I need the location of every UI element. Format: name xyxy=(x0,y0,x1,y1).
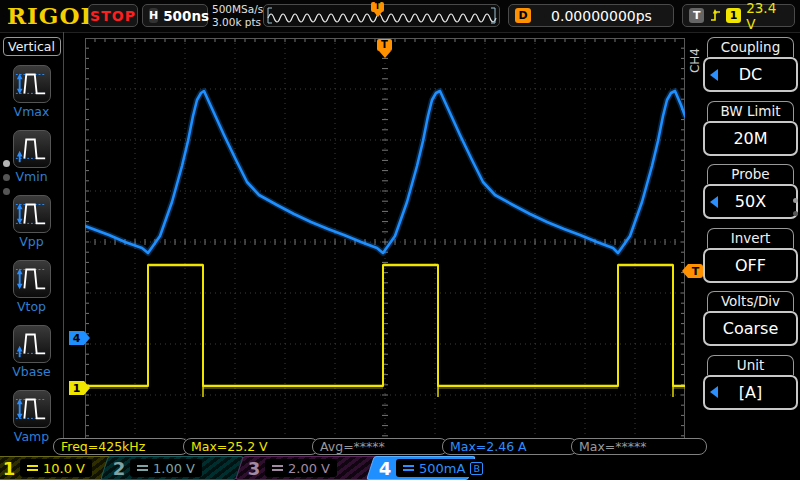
measure-item-label: Vmax xyxy=(14,104,50,119)
measure-item-vmax[interactable]: Vmax xyxy=(0,65,63,119)
oscilloscope-screen: RIGOL STOP H 500ns 500MSa/s 3.00k pts T … xyxy=(0,0,800,480)
measure-menu: Vertical Vmax Vmin Vpp xyxy=(0,32,64,455)
measurement-avg: Avg=***** xyxy=(312,438,448,455)
timebase-value: 500ns xyxy=(163,8,209,24)
memory-depth: 3.00k pts xyxy=(212,16,263,29)
measurement-imax: Max=2.46 A xyxy=(442,438,578,455)
measure-item-vpp[interactable]: Vpp xyxy=(0,195,63,249)
vamp-icon xyxy=(13,390,51,428)
left-menu-page-dots xyxy=(3,160,10,195)
right-menu-page-dots xyxy=(793,198,798,216)
menu-item-label: Volts/Div xyxy=(707,291,794,311)
channel-tab-2[interactable]: 2 1.00 V xyxy=(100,456,244,480)
menu-item-invert[interactable]: Invert OFF xyxy=(703,228,798,283)
menu-item-label: BW Limit xyxy=(707,101,794,121)
menu-item-value: DC xyxy=(739,65,763,84)
channel-tab-1[interactable]: 1 10.0 V xyxy=(0,456,112,480)
measure-item-vtop[interactable]: Vtop xyxy=(0,260,63,314)
delay-box[interactable]: D 0.00000000ps xyxy=(508,4,674,27)
measure-item-vamp[interactable]: Vamp xyxy=(0,390,63,444)
vpp-icon xyxy=(13,195,51,233)
measurement-empty: Max=***** xyxy=(571,438,707,455)
horizontal-timebase-box[interactable]: H 500ns xyxy=(142,4,208,27)
measurement-freq: Freq=425kHz xyxy=(53,438,189,455)
top-status-bar: RIGOL STOP H 500ns 500MSa/s 3.00k pts T … xyxy=(0,0,800,33)
channel-scale: 1.00 V xyxy=(153,461,195,476)
rising-edge-icon xyxy=(709,8,721,23)
channel-menu: Coupling DC BW Limit 20M Probe 50X Inver… xyxy=(703,37,798,418)
menu-item-volts-div[interactable]: Volts/Div Coarse xyxy=(703,291,798,346)
waveform-display xyxy=(85,38,685,446)
dc-coupling-icon xyxy=(272,465,283,471)
memory-trigger-marker: T xyxy=(371,2,384,12)
measure-item-label: Vamp xyxy=(14,429,49,444)
trigger-position-marker[interactable]: T xyxy=(377,39,392,51)
channel-number: 1 xyxy=(3,458,16,479)
acquisition-info: 500MSa/s 3.00k pts xyxy=(212,3,263,29)
menu-item-label: Probe xyxy=(707,164,794,184)
channel-tab-4[interactable]: 4 500mA B xyxy=(366,456,476,480)
trigger-level-value: 23.4 V xyxy=(746,0,788,32)
menu-item-bw-limit[interactable]: BW Limit 20M xyxy=(703,101,798,156)
dc-coupling-icon xyxy=(27,465,38,471)
delay-icon: D xyxy=(515,8,531,23)
run-state-label: STOP xyxy=(90,8,136,24)
selector-arrow-icon xyxy=(710,196,718,208)
trigger-status-box[interactable]: T 1 23.4 V xyxy=(682,4,795,27)
menu-item-probe[interactable]: Probe 50X xyxy=(703,164,798,219)
channel-number: 4 xyxy=(379,458,392,479)
ch1-reference-marker[interactable]: 1 xyxy=(69,381,84,395)
vmax-icon xyxy=(13,65,51,103)
channel-number: 3 xyxy=(248,458,261,479)
channel-tab-3[interactable]: 3 2.00 V xyxy=(235,456,379,480)
vbase-icon xyxy=(13,325,51,363)
dc-coupling-icon xyxy=(137,465,148,471)
sample-rate: 500MSa/s xyxy=(212,3,263,16)
channel-status-bar: 1 10.0 V 2 1.00 V 3 2.00 V 4 500mA B xyxy=(0,455,800,480)
menu-item-value: 20M xyxy=(733,129,767,148)
ch4-reference-marker[interactable]: 4 xyxy=(69,331,84,345)
trigger-level-marker[interactable]: T xyxy=(688,264,703,278)
vmin-icon xyxy=(13,130,51,168)
menu-item-coupling[interactable]: Coupling DC xyxy=(703,37,798,92)
bw-limit-badge: B xyxy=(470,462,483,475)
menu-item-label: Unit xyxy=(707,355,794,375)
measure-item-vbase[interactable]: Vbase xyxy=(0,325,63,379)
menu-item-label: Invert xyxy=(707,228,794,248)
horizontal-icon: H xyxy=(149,8,158,23)
channel-scale: 2.00 V xyxy=(288,461,330,476)
menu-channel-tab: CH4 xyxy=(688,48,702,73)
measure-item-label: Vtop xyxy=(17,299,46,314)
measure-item-label: Vpp xyxy=(19,234,43,249)
run-state-indicator[interactable]: STOP xyxy=(88,4,138,27)
channel-scale: 500mA xyxy=(419,461,465,476)
trigger-source-badge: 1 xyxy=(726,8,741,23)
menu-item-value: Coarse xyxy=(723,319,779,338)
measure-item-label: Vbase xyxy=(12,364,50,379)
menu-item-unit[interactable]: Unit [A] xyxy=(703,355,798,410)
menu-item-value: OFF xyxy=(735,256,766,275)
measure-item-label: Vmin xyxy=(15,169,47,184)
brand-logo: RIGOL xyxy=(7,2,98,29)
measure-menu-title: Vertical xyxy=(3,37,61,56)
selector-arrow-icon xyxy=(710,69,718,81)
dc-coupling-icon xyxy=(403,465,414,471)
channel-number: 2 xyxy=(113,458,126,479)
selector-arrow-icon xyxy=(710,386,718,398)
menu-item-label: Coupling xyxy=(707,37,794,57)
delay-value: 0.00000000ps xyxy=(536,8,667,24)
menu-item-value: 50X xyxy=(735,192,766,211)
vtop-icon xyxy=(13,260,51,298)
menu-item-value: [A] xyxy=(739,383,762,402)
trigger-icon: T xyxy=(689,8,704,23)
channel-scale: 10.0 V xyxy=(43,461,85,476)
measurement-vmax: Max=25.2 V xyxy=(183,438,319,455)
